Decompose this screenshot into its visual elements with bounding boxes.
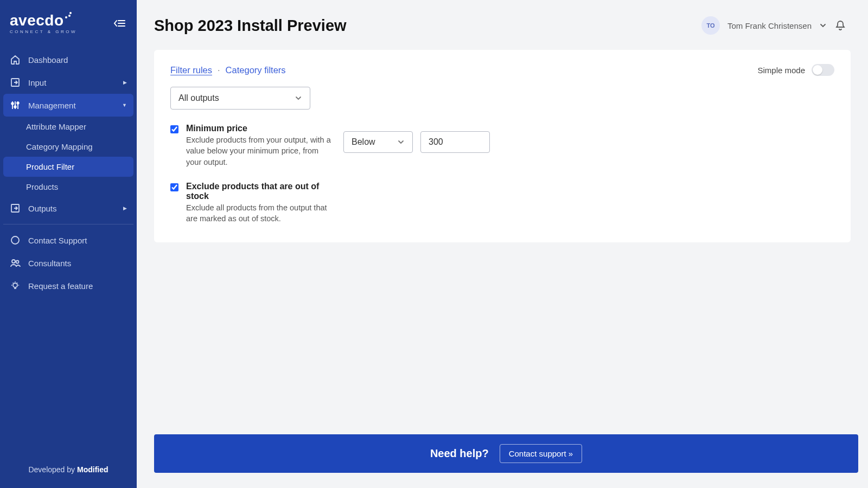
tab-separator: ·	[218, 65, 220, 75]
filter-panel: Filter rules · Category filters Simple m…	[154, 50, 851, 242]
brand-name: avecdo	[10, 12, 64, 29]
simple-mode-control: Simple mode	[757, 64, 834, 76]
svg-point-1	[68, 15, 71, 17]
simple-mode-toggle[interactable]	[812, 64, 834, 76]
panel-header: Filter rules · Category filters Simple m…	[170, 64, 834, 76]
filter-minimum-price: Minimum price Exclude products from your…	[170, 124, 834, 168]
filter-out-of-stock: Exclude products that are out of stock E…	[170, 182, 834, 224]
lightbulb-icon	[10, 280, 21, 291]
divider	[3, 224, 133, 224]
nav-outputs[interactable]: Outputs ▶	[0, 197, 137, 220]
brand-dots-icon	[65, 12, 72, 20]
filter-text: Exclude products that are out of stock E…	[186, 182, 327, 224]
nav-input[interactable]: Input ▶	[0, 71, 137, 94]
svg-point-17	[13, 283, 17, 287]
topbar-right: TO Tom Frank Christensen	[701, 16, 846, 35]
sidebar-nav: Dashboard Input ▶ Management ▼ Attribute…	[0, 43, 137, 297]
nav-label: Consultants	[28, 259, 71, 268]
page-title: Shop 2023 Install Preview	[154, 17, 347, 35]
outputs-selected-value: All outputs	[178, 93, 219, 103]
svg-line-22	[13, 283, 14, 284]
filter-desc: Exclude products from your output, with …	[186, 134, 336, 168]
chevron-down-icon	[295, 94, 302, 102]
outputs-select[interactable]: All outputs	[170, 87, 310, 110]
nav-label: Contact Support	[28, 236, 87, 245]
filter-title: Minimum price	[186, 124, 336, 133]
min-price-value-input[interactable]	[420, 131, 490, 153]
chevron-down-icon[interactable]	[819, 22, 827, 29]
contact-support-button[interactable]: Contact support »	[500, 444, 582, 463]
out-of-stock-checkbox[interactable]	[170, 183, 178, 191]
chevron-right-icon: ▶	[123, 80, 127, 85]
min-price-operator-select[interactable]: Below	[343, 131, 413, 153]
chevron-right-icon: ▶	[123, 206, 127, 211]
chevron-down-icon	[397, 138, 405, 146]
nav-label: Management	[28, 101, 76, 110]
nav-attribute-mapper[interactable]: Attribute Mapper	[0, 117, 137, 137]
svg-point-2	[69, 12, 72, 14]
main-area: Shop 2023 Install Preview TO Tom Frank C…	[137, 0, 868, 488]
chevron-down-icon: ▼	[122, 102, 127, 108]
simple-mode-label: Simple mode	[757, 66, 805, 75]
tabs: Filter rules · Category filters	[170, 65, 286, 75]
footer-prefix: Developed by	[28, 465, 77, 474]
nav-label: Outputs	[28, 204, 57, 213]
brand-logo: avecdo CONNECT & GROW	[10, 12, 77, 34]
filter-text: Minimum price Exclude products from your…	[186, 124, 336, 168]
home-icon	[10, 54, 21, 65]
nav-management[interactable]: Management ▼	[3, 94, 133, 117]
tab-category-filters[interactable]: Category filters	[226, 65, 286, 75]
svg-point-16	[16, 261, 19, 264]
nav-category-mapping[interactable]: Category Mapping	[0, 137, 137, 157]
help-text: Need help?	[430, 447, 489, 460]
sidebar: avecdo CONNECT & GROW Dashboard Input ▶ …	[0, 0, 137, 488]
user-name[interactable]: Tom Frank Christensen	[727, 21, 812, 30]
svg-point-12	[17, 102, 19, 104]
svg-point-15	[12, 260, 15, 263]
nav-request-feature[interactable]: Request a feature	[0, 274, 137, 297]
nav-consultants[interactable]: Consultants	[0, 252, 137, 274]
nav-product-filter[interactable]: Product Filter	[3, 157, 133, 177]
brand-tagline: CONNECT & GROW	[10, 29, 77, 34]
svg-point-0	[65, 16, 67, 18]
filter-controls: Below	[343, 124, 490, 153]
svg-point-10	[11, 102, 14, 105]
filter-title: Exclude products that are out of stock	[186, 182, 327, 201]
nav-products[interactable]: Products	[0, 177, 137, 197]
output-icon	[10, 203, 21, 214]
nav-dashboard[interactable]: Dashboard	[0, 48, 137, 71]
footer-brand: Modified	[77, 465, 108, 474]
filter-desc: Exclude all products from the output tha…	[186, 202, 327, 224]
input-icon	[10, 77, 21, 88]
chat-icon	[10, 235, 21, 246]
nav-label: Products	[26, 182, 58, 191]
min-price-checkbox[interactable]	[170, 125, 178, 133]
nav-contact-support[interactable]: Contact Support	[0, 229, 137, 252]
nav-label: Category Mapping	[26, 142, 93, 151]
sidebar-collapse-button[interactable]	[112, 16, 127, 31]
nav-label: Attribute Mapper	[26, 122, 86, 131]
users-icon	[10, 258, 21, 268]
nav-label: Request a feature	[28, 281, 93, 291]
nav-label: Product Filter	[26, 162, 74, 171]
sidebar-header: avecdo CONNECT & GROW	[0, 0, 137, 43]
svg-line-23	[17, 283, 18, 284]
bell-icon[interactable]	[834, 20, 846, 31]
sidebar-footer: Developed by Modified	[0, 454, 137, 488]
sliders-icon	[10, 100, 21, 111]
operator-value: Below	[352, 137, 375, 147]
svg-point-11	[14, 106, 16, 108]
user-avatar[interactable]: TO	[701, 16, 720, 35]
nav-label: Dashboard	[28, 55, 68, 65]
nav-label: Input	[28, 78, 46, 87]
help-banner: Need help? Contact support »	[154, 434, 858, 473]
tab-filter-rules[interactable]: Filter rules	[170, 65, 212, 75]
topbar: Shop 2023 Install Preview TO Tom Frank C…	[137, 0, 868, 40]
